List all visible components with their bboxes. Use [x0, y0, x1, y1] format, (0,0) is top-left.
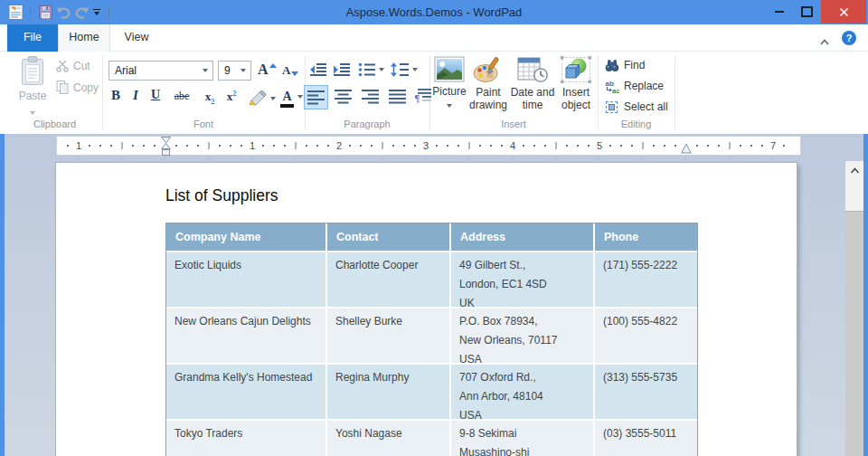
- phone-cell[interactable]: (171) 555-2222: [595, 252, 697, 307]
- workspace: 1123457 List of Suppliers Company NameCo…: [0, 134, 868, 456]
- address-cell[interactable]: 707 Oxford Rd.,Ann Arbor, 48104USA: [451, 365, 593, 419]
- ruler-band[interactable]: 1123457: [56, 136, 801, 156]
- contact-cell[interactable]: Regina Murphy: [327, 365, 449, 419]
- align-right-button[interactable]: [362, 90, 380, 108]
- tab-file[interactable]: File: [7, 24, 58, 52]
- chevron-down-icon: [447, 104, 452, 108]
- minimize-button[interactable]: [768, 0, 791, 24]
- suppliers-table-wrapper: Company NameContactAddressPhone Exotic L…: [165, 223, 698, 456]
- replace-button[interactable]: abac Replace: [604, 78, 664, 94]
- find-button[interactable]: Find: [604, 57, 645, 73]
- address-cell[interactable]: 49 Gilbert St.,London, EC1 4SDUK: [451, 252, 593, 307]
- decrease-indent-button[interactable]: [309, 62, 327, 81]
- italic-button[interactable]: I: [127, 88, 144, 103]
- ruler-tick: [165, 157, 165, 160]
- font-size-combobox[interactable]: 9: [218, 61, 251, 81]
- table-row: Exotic LiquidsCharlotte Cooper49 Gilbert…: [166, 252, 697, 309]
- address-cell[interactable]: P.O. Box 78934,New Orleans, 70117USA: [451, 309, 593, 363]
- window-title: Aspose.Words.Demos - WordPad: [108, 0, 760, 24]
- underline-button[interactable]: U: [146, 88, 165, 102]
- maximize-button[interactable]: [795, 0, 818, 24]
- ruler-tick: [436, 145, 438, 147]
- ruler-tick: [306, 145, 307, 147]
- ruler-tick: [772, 157, 773, 160]
- shrink-font-button[interactable]: A: [282, 63, 298, 78]
- align-left-button[interactable]: [304, 85, 328, 109]
- company-cell[interactable]: Exotic Liquids: [166, 252, 326, 307]
- bold-icon: B: [111, 88, 120, 103]
- highlight-button[interactable]: [248, 90, 276, 106]
- ruler-tick: [327, 145, 329, 147]
- suppliers-table: Company NameContactAddressPhone Exotic L…: [166, 223, 697, 456]
- paste-button[interactable]: Paste: [13, 55, 52, 119]
- ruler-tick: [566, 145, 568, 147]
- paste-dropdown-icon: [30, 111, 35, 115]
- shrink-font-icon: A: [282, 63, 290, 78]
- wordpad-app-icon[interactable]: [6, 4, 24, 22]
- line-spacing-button[interactable]: [391, 62, 418, 77]
- cut-button[interactable]: Cut: [56, 60, 90, 72]
- address-cell[interactable]: 9-8 SekimaiMusashino-shi: [451, 421, 593, 456]
- contact-cell[interactable]: Yoshi Nagase: [327, 421, 449, 456]
- ruler-tick: [599, 157, 599, 160]
- superscript-button[interactable]: x2: [222, 90, 241, 104]
- undo-icon[interactable]: [54, 4, 72, 22]
- company-cell[interactable]: Grandma Kelly's Homestead: [166, 365, 326, 419]
- phone-cell[interactable]: (03) 3555-5011: [595, 421, 697, 456]
- copy-button[interactable]: Copy: [56, 81, 99, 94]
- ruler-tick: [664, 145, 665, 147]
- replace-label: Replace: [624, 80, 664, 92]
- ruler-tick: [555, 157, 556, 160]
- font-color-button[interactable]: A: [280, 88, 303, 108]
- ruler-tick: [371, 145, 373, 147]
- ruler-number: 1: [250, 137, 255, 155]
- phone-cell[interactable]: (100) 555-4822: [595, 309, 697, 363]
- company-cell[interactable]: New Orleans Cajun Delights: [166, 309, 326, 363]
- collapse-ribbon-icon[interactable]: [819, 33, 830, 43]
- ruler-tick: [523, 145, 524, 147]
- ruler-tick: [490, 145, 492, 147]
- tab-view[interactable]: View: [110, 24, 163, 52]
- font-group-label: Font: [102, 119, 305, 129]
- save-icon[interactable]: [36, 4, 54, 22]
- scroll-up-button[interactable]: [845, 161, 863, 181]
- bullets-icon: [358, 62, 375, 77]
- qat-dropdown-icon[interactable]: [90, 4, 103, 22]
- ruler-tick: [316, 145, 318, 147]
- chevron-down-icon: [203, 69, 208, 72]
- vertical-scrollbar[interactable]: [845, 161, 863, 456]
- ruler-tick: [89, 145, 90, 147]
- maximize-icon: [801, 6, 813, 17]
- quick-access-toolbar: [6, 3, 115, 22]
- document-page[interactable]: List of Suppliers Company NameContactAdd…: [56, 163, 797, 456]
- titlebar[interactable]: Aspose.Words.Demos - WordPad: [0, 0, 868, 24]
- ruler-tick: [230, 145, 231, 147]
- grow-font-button[interactable]: A: [258, 62, 277, 78]
- align-center-button[interactable]: [335, 90, 353, 108]
- right-indent-marker[interactable]: [681, 143, 692, 154]
- font-family-combobox[interactable]: Arial: [108, 61, 213, 81]
- ruler-tick: [175, 145, 177, 147]
- help-icon[interactable]: ?: [842, 31, 856, 45]
- bold-button[interactable]: B: [107, 88, 125, 103]
- ruler-tick: [209, 142, 210, 149]
- strikethrough-button[interactable]: abe: [168, 90, 195, 103]
- bullets-button[interactable]: [358, 62, 384, 77]
- cut-label: Cut: [73, 60, 90, 72]
- contact-cell[interactable]: Charlotte Cooper: [327, 252, 449, 307]
- tab-home[interactable]: Home: [58, 24, 110, 52]
- close-button[interactable]: [821, 0, 866, 24]
- justify-button[interactable]: [389, 90, 407, 108]
- redo-icon[interactable]: [72, 4, 90, 22]
- increase-indent-icon: [333, 62, 351, 77]
- increase-indent-button[interactable]: [333, 62, 351, 81]
- ruler-tick: [469, 142, 470, 149]
- contact-cell[interactable]: Shelley Burke: [327, 309, 449, 363]
- company-cell[interactable]: Tokyo Traders: [166, 421, 326, 456]
- select-all-button[interactable]: Select all: [604, 99, 668, 115]
- first-line-indent-marker[interactable]: [161, 137, 171, 156]
- subscript-button[interactable]: x2: [201, 90, 219, 104]
- phone-cell[interactable]: (313) 555-5735: [595, 365, 697, 419]
- scrollbar-thumb[interactable]: [845, 211, 863, 456]
- ruler-tick: [338, 157, 339, 160]
